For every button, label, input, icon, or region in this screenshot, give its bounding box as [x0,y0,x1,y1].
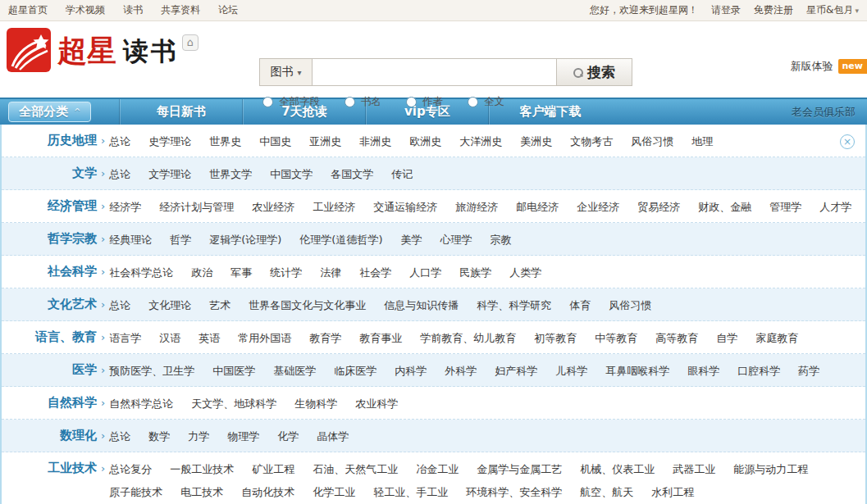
category-item-link[interactable]: 轻工业、手工业 [373,484,448,500]
category-item-link[interactable]: 财政、金融 [698,199,751,215]
category-item-link[interactable]: 统计学 [270,265,302,280]
category-item-link[interactable]: 中国医学 [212,363,255,379]
category-item-link[interactable]: 化学 [277,429,299,444]
category-label[interactable]: 文学 [7,166,97,181]
category-item-link[interactable]: 药学 [798,363,819,379]
category-item-link[interactable]: 石油、天然气工业 [313,461,398,477]
category-item-link[interactable]: 传记 [391,166,413,182]
category-item-link[interactable]: 耳鼻咽喉科学 [605,363,669,379]
scope-radio-全部字段[interactable]: 全部字段 [262,95,320,109]
scope-radio-书名[interactable]: 书名 [345,95,381,109]
nav-item-old-member-club[interactable]: 老会员俱乐部 [792,105,856,120]
category-item-link[interactable]: 内科学 [395,363,427,379]
home-icon[interactable]: ⌂ [182,34,198,51]
category-item-link[interactable]: 邮电经济 [516,199,559,215]
topbar-link[interactable]: 共享资料 [161,4,200,16]
category-label[interactable]: 历史地理 [7,133,97,148]
category-item-link[interactable]: 政治 [191,265,212,280]
category-item-link[interactable]: 总论复分 [109,461,152,477]
topbar-link[interactable]: 星币&包月▾ [806,3,859,17]
category-item-link[interactable]: 社会学 [359,265,391,280]
category-item-link[interactable]: 经济学 [109,199,141,215]
category-item-link[interactable]: 贸易经济 [637,199,680,215]
category-item-link[interactable]: 眼科学 [687,363,719,379]
category-item-link[interactable]: 生物科学 [294,396,337,411]
category-item-link[interactable]: 能源与动力工程 [733,461,808,477]
category-item-link[interactable]: 力学 [188,429,209,444]
topbar-link[interactable]: 学术视频 [66,4,105,16]
new-version-link[interactable]: 新版体验 [791,59,833,74]
category-item-link[interactable]: 中等教育 [595,330,637,346]
category-item-link[interactable]: 地理 [691,134,713,149]
category-item-link[interactable]: 经济计划与管理 [159,199,234,215]
category-label[interactable]: 数理化 [7,428,97,443]
radio-circle-icon[interactable] [345,97,355,107]
category-item-link[interactable]: 自学 [716,330,737,346]
category-item-link[interactable]: 语言学 [109,330,141,346]
category-item-link[interactable]: 学前教育、幼儿教育 [420,330,516,346]
category-item-link[interactable]: 经典理论 [109,232,152,247]
category-item-link[interactable]: 文物考古 [570,134,613,149]
category-item-link[interactable]: 水利工程 [651,484,694,500]
scope-radio-全文[interactable]: 全文 [468,95,504,109]
close-icon[interactable]: × [840,134,855,149]
category-item-link[interactable]: 武器工业 [673,461,715,477]
category-item-link[interactable]: 旅游经济 [455,199,498,215]
category-item-link[interactable]: 信息与知识传播 [384,297,459,313]
category-item-link[interactable]: 航空、航天 [580,484,633,500]
category-item-link[interactable]: 工业经济 [313,199,355,215]
category-item-link[interactable]: 风俗习惯 [631,134,673,149]
category-item-link[interactable]: 人口学 [409,265,441,280]
category-item-link[interactable]: 总论 [109,297,130,313]
category-item-link[interactable]: 妇产科学 [495,363,537,379]
category-item-link[interactable]: 自动化技术 [241,484,294,500]
site-logo[interactable]: 超星 读书 ⌂ [7,28,198,74]
category-item-link[interactable]: 史学理论 [148,134,191,149]
category-item-link[interactable]: 哲学 [170,232,191,247]
category-item-link[interactable]: 总论 [109,166,130,182]
category-item-link[interactable]: 高等教育 [655,330,698,346]
topbar-link[interactable]: 请登录 [711,3,741,17]
category-item-link[interactable]: 艺术 [209,297,230,313]
category-item-link[interactable]: 临床医学 [334,363,376,379]
radio-circle-icon[interactable] [468,97,478,107]
category-item-link[interactable]: 中国文学 [270,166,313,182]
category-item-link[interactable]: 欧洲史 [409,134,441,149]
category-item-link[interactable]: 环境科学、安全科学 [466,484,562,500]
category-item-link[interactable]: 预防医学、卫生学 [109,363,194,379]
category-item-link[interactable]: 一般工业技术 [170,461,234,477]
radio-circle-icon[interactable] [262,97,273,107]
nav-item-all-categories[interactable]: 全部分类 ^ [8,102,91,122]
search-category-dropdown[interactable]: 图书 ▾ [260,59,313,85]
category-item-link[interactable]: 管理学 [769,199,801,215]
nav-item[interactable]: 每日新书 [119,99,242,125]
topbar-link[interactable]: 超星首页 [8,4,48,16]
category-item-link[interactable]: 交通运输经济 [373,199,437,215]
search-input[interactable] [313,59,556,85]
category-item-link[interactable]: 人才学 [819,199,851,215]
category-item-link[interactable]: 总论 [109,134,130,149]
category-item-link[interactable]: 教育学 [309,330,341,346]
category-item-link[interactable]: 文化理论 [148,297,191,313]
category-item-link[interactable]: 自然科学总论 [109,396,173,411]
category-item-link[interactable]: 伦理学(道德哲学) [299,232,382,247]
category-item-link[interactable]: 口腔科学 [737,363,780,379]
category-item-link[interactable]: 世界各国文化与文化事业 [249,297,366,313]
category-label[interactable]: 文化艺术 [7,297,97,312]
category-item-link[interactable]: 金属学与金属工艺 [477,461,562,477]
topbar-link[interactable]: 免费注册 [754,3,793,17]
category-item-link[interactable]: 体育 [569,297,591,313]
category-label[interactable]: 哲学宗教 [7,231,97,247]
category-item-link[interactable]: 汉语 [159,330,180,346]
category-item-link[interactable]: 天文学、地球科学 [191,396,276,411]
category-item-link[interactable]: 数学 [148,429,170,444]
category-item-link[interactable]: 初等教育 [534,330,577,346]
category-item-link[interactable]: 美学 [401,232,422,247]
category-item-link[interactable]: 宗教 [491,232,512,247]
category-item-link[interactable]: 各国文学 [331,166,373,182]
category-item-link[interactable]: 法律 [320,265,341,280]
category-item-link[interactable]: 风俗习惯 [609,297,651,313]
category-item-link[interactable]: 非洲史 [359,134,391,149]
category-item-link[interactable]: 亚洲史 [309,134,341,149]
category-item-link[interactable]: 文学理论 [148,166,191,182]
